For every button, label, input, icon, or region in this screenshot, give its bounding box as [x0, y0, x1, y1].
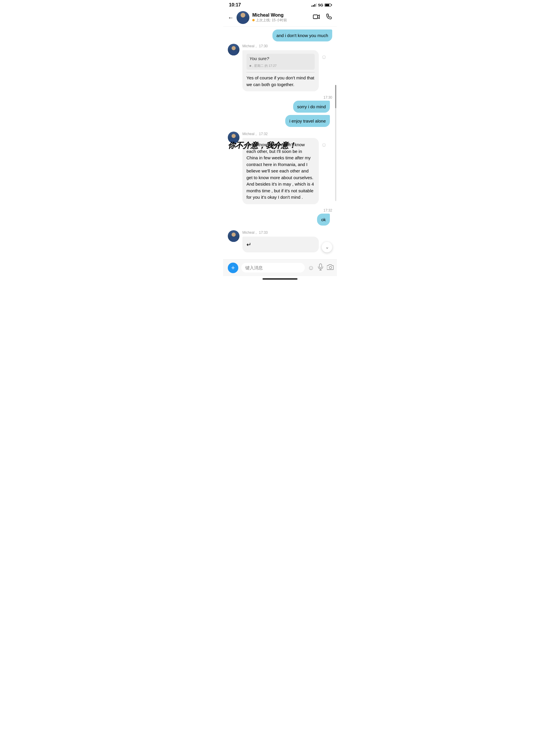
message-text: ok [321, 217, 326, 222]
message-body: ↵ [246, 241, 251, 248]
sent-bubble: and i don't know you much [272, 29, 332, 42]
message-text: sorry i do mind [297, 104, 326, 109]
header-actions [313, 14, 332, 22]
contact-name: Micheal Wong [252, 12, 313, 18]
svg-point-4 [329, 266, 331, 269]
sent-bubble: sorry i do mind [293, 101, 330, 113]
scroll-track[interactable] [335, 85, 336, 201]
home-indicator [223, 276, 337, 281]
message-row: ok [228, 213, 330, 226]
message-body: Yes of course if you don't mind that we … [246, 75, 314, 87]
video-call-icon[interactable] [313, 14, 320, 21]
message-body: Yes I know that we don't know each other… [246, 142, 314, 200]
message-text: i enjoy travel alone [289, 119, 326, 123]
battery-icon [325, 3, 331, 7]
message-content: Micheal， 17:33 ↵ [242, 230, 332, 252]
message-meta: Micheal， 17:30 [242, 44, 332, 49]
quote-text: You sure? [249, 55, 312, 62]
sent-bubble: ok [317, 213, 330, 226]
received-bubble: ↵ [242, 237, 319, 252]
message-content: Micheal， 17:32 Yes I know that we don't … [242, 132, 332, 204]
message-content: Micheal， 17:30 You sure? ■ , 星期二 的 17:27… [242, 44, 332, 91]
network-label: 5G [318, 3, 323, 7]
message-row: Micheal， 17:30 You sure? ■ , 星期二 的 17:27… [228, 44, 332, 91]
svg-rect-0 [313, 15, 318, 19]
add-button[interactable]: + [228, 263, 238, 273]
chat-header: ← Micheal Wong 上次上线: 15 小时前 [223, 9, 337, 27]
message-meta: Micheal， 17:33 [242, 230, 332, 235]
sender-avatar [228, 44, 239, 55]
contact-avatar [237, 11, 249, 24]
message-text: and i don't know you much [276, 33, 328, 38]
sender-name: Micheal [242, 132, 254, 136]
sender-name: Micheal [242, 231, 254, 235]
status-icons: 5G [312, 3, 331, 7]
message-row: i enjoy travel alone [228, 115, 330, 127]
scroll-thumb[interactable] [335, 85, 336, 108]
sent-bubble: i enjoy travel alone [285, 115, 330, 127]
phone-call-icon[interactable] [326, 14, 332, 22]
status-dot [252, 19, 255, 21]
svg-rect-1 [319, 264, 322, 268]
emoji-reaction[interactable]: ☺ [321, 140, 327, 149]
message-time: 17:30 [259, 44, 268, 48]
chat-area: and i don't know you much Micheal， 17:30… [223, 27, 337, 259]
back-button[interactable]: ← [228, 14, 234, 21]
received-bubble: Yes I know that we don't know each other… [242, 138, 319, 204]
message-row: Micheal， 17:32 Yes I know that we don't … [228, 132, 332, 204]
status-bar: 10:17 5G [223, 0, 337, 9]
sender-name: Micheal [242, 44, 254, 48]
quote-meta: ■ , 星期二 的 17:27 [249, 63, 312, 68]
input-area: + ☺ [223, 259, 337, 276]
home-bar [263, 278, 297, 280]
emoji-reaction[interactable]: ☺ [321, 53, 327, 61]
avatar-image [237, 11, 249, 24]
contact-status: 上次上线: 15 小时前 [252, 18, 313, 23]
microphone-icon[interactable] [318, 263, 323, 272]
status-text: 上次上线: 15 小时前 [256, 18, 287, 23]
message-meta: Micheal， 17:32 [242, 132, 332, 136]
message-time: 17:32 [259, 132, 268, 136]
timestamp-label: 17:32 [228, 208, 332, 212]
received-bubble: You sure? ■ , 星期二 的 17:27 Yes of course … [242, 50, 319, 91]
quote-block: You sure? ■ , 星期二 的 17:27 [246, 54, 315, 70]
sender-avatar [228, 230, 239, 242]
status-time: 10:17 [229, 2, 241, 7]
quote-divider [246, 72, 315, 72]
timestamp-label: 17:30 [228, 96, 332, 100]
message-row: sorry i do mind [228, 101, 330, 113]
message-input[interactable] [241, 263, 305, 273]
message-row: Micheal， 17:33 ↵ ⌄ [228, 230, 332, 252]
message-time: 17:33 [259, 231, 268, 235]
camera-icon[interactable] [327, 264, 334, 272]
message-row: and i don't know you much [228, 29, 332, 42]
sender-avatar [228, 132, 239, 143]
emoji-icon[interactable]: ☺ [308, 264, 314, 272]
scroll-down-button[interactable]: ⌄ [322, 242, 332, 252]
signal-icon [312, 3, 317, 7]
contact-info: Micheal Wong 上次上线: 15 小时前 [252, 12, 313, 23]
input-icons: ☺ [308, 263, 334, 272]
